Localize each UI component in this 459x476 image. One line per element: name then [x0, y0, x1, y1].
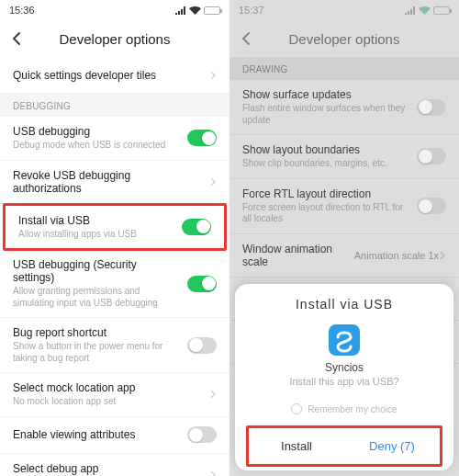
highlight-install-button: Install Deny (7): [246, 425, 442, 467]
row-bug-report[interactable]: Bug report shortcut Show a button in the…: [0, 318, 230, 373]
settings-list: Quick settings developer tiles DEBUGGING…: [0, 57, 230, 476]
signal-icon: [175, 6, 186, 15]
remember-choice[interactable]: Remember my choice: [248, 398, 441, 425]
row-usb-debugging[interactable]: USB debugging Debug mode when USB is con…: [0, 117, 230, 161]
toggle-install-usb[interactable]: [182, 219, 211, 235]
toggle-usb-debugging[interactable]: [187, 130, 217, 146]
wifi-icon: [189, 6, 201, 15]
highlight-install-usb: Install via USB Allow installing apps vi…: [3, 203, 227, 252]
chevron-right-icon: [209, 178, 217, 186]
chevron-right-icon: [209, 72, 217, 79]
row-mock-location[interactable]: Select mock location app No mock locatio…: [0, 373, 230, 417]
page-title: Developer options: [9, 31, 220, 47]
header: Developer options: [0, 20, 230, 57]
row-debug-app[interactable]: Select debug app No debug application se…: [0, 454, 230, 477]
install-button[interactable]: Install: [249, 428, 344, 464]
dialog-title: Install via USB: [248, 297, 441, 312]
status-time: 15:36: [9, 5, 35, 16]
dialog-app-name: Syncios: [248, 361, 441, 374]
toggle-view-attributes[interactable]: [187, 426, 217, 443]
row-view-attributes[interactable]: Enable viewing attributes: [0, 417, 230, 454]
app-icon: [327, 323, 362, 357]
section-debugging: DEBUGGING: [0, 94, 230, 117]
row-quick-tiles[interactable]: Quick settings developer tiles: [0, 57, 230, 94]
row-usb-security[interactable]: USB debugging (Security settings) Allow …: [0, 250, 230, 318]
install-usb-dialog: Install via USB Syncios Install this app…: [235, 284, 453, 470]
toggle-usb-security[interactable]: [187, 276, 217, 292]
status-bar: 15:36: [0, 0, 230, 20]
toggle-bug-report[interactable]: [187, 337, 217, 354]
deny-button[interactable]: Deny (7): [344, 428, 440, 464]
row-install-usb[interactable]: Install via USB Allow installing apps vi…: [6, 206, 224, 249]
battery-icon: [204, 6, 220, 15]
checkbox-icon[interactable]: [291, 403, 302, 414]
dialog-question: Install this app via USB?: [248, 376, 441, 387]
row-revoke-auth[interactable]: Revoke USB debugging authorizations: [0, 161, 230, 204]
chevron-right-icon: [209, 471, 217, 476]
chevron-right-icon: [209, 391, 217, 398]
